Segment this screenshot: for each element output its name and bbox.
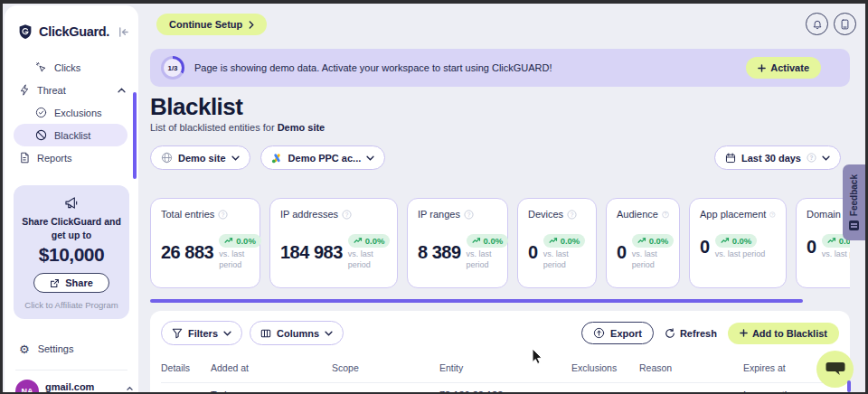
- continue-setup-label: Continue Setup: [169, 19, 242, 30]
- sidebar-item-label: Threat: [37, 85, 66, 96]
- column-header-entity[interactable]: Entity: [439, 362, 571, 373]
- affiliate-link[interactable]: Click to Affiliate Program: [21, 300, 122, 310]
- user-name: gmail.com: [45, 381, 119, 392]
- vertical-scrollbar[interactable]: [847, 380, 851, 392]
- chevron-updown-icon: [126, 386, 134, 392]
- activate-button[interactable]: Activate: [746, 57, 821, 79]
- banner-message: Page is showing demo data. Activate your…: [194, 62, 736, 73]
- onboarding-progress-ring: 1/3: [161, 56, 184, 80]
- subtitle-site-name: Demo site: [278, 122, 326, 133]
- user-menu[interactable]: NA gmail.com naatali.ro@gmail.com: [5, 371, 138, 392]
- book-icon: [840, 19, 850, 30]
- columns-button[interactable]: Columns: [250, 321, 344, 345]
- sidebar-item-clicks[interactable]: Clicks: [5, 56, 138, 79]
- info-icon: ?: [218, 210, 228, 220]
- column-header-added-at[interactable]: Added at: [211, 362, 332, 373]
- site-selector[interactable]: Demo site: [150, 145, 250, 170]
- stat-card-domain-placement: Domain placement? 0 0.0% vs. last period: [796, 198, 850, 288]
- row-added-at-cell: Today: [211, 389, 332, 392]
- stat-label: Audience: [617, 209, 658, 220]
- info-icon: ?: [342, 210, 352, 220]
- block-icon: [35, 129, 47, 141]
- export-icon: [593, 327, 605, 339]
- funnel-icon: [172, 328, 183, 339]
- refresh-button[interactable]: Refresh: [665, 328, 717, 339]
- avatar: NA: [15, 380, 39, 392]
- horizontal-scrollbar[interactable]: [150, 299, 803, 303]
- column-header-reason[interactable]: Reason: [639, 362, 743, 373]
- trend-up-icon: [827, 238, 836, 244]
- sidebar-item-exclusions[interactable]: Exclusions: [5, 101, 138, 124]
- table-row[interactable]: Today 78.136.33.133 In a month: [161, 382, 839, 392]
- trend-up-icon: [472, 238, 481, 244]
- filters-button[interactable]: Filters: [161, 321, 242, 345]
- stat-label: IP addresses: [280, 209, 338, 220]
- info-icon: ?: [769, 210, 776, 220]
- brand-header: ClickGuard.: [5, 5, 138, 54]
- stat-value: 8 389: [418, 242, 461, 263]
- chevron-down-icon: [223, 331, 231, 336]
- share-button[interactable]: Share: [33, 273, 109, 293]
- sidebar-item-label: Exclusions: [54, 108, 102, 118]
- export-button[interactable]: Export: [581, 322, 654, 344]
- stat-value: 184 983: [280, 242, 343, 263]
- sidebar-item-blacklist[interactable]: Blacklist: [14, 124, 127, 146]
- sidebar-scrollbar[interactable]: [133, 92, 137, 179]
- column-header-scope[interactable]: Scope: [332, 362, 439, 373]
- stat-change: 0.0%: [561, 236, 580, 246]
- collapse-sidebar-icon[interactable]: [118, 26, 129, 38]
- blacklist-table-panel: Filters Columns: [150, 311, 850, 392]
- avatar-initials: NA: [22, 387, 33, 392]
- stat-label: Devices: [528, 209, 563, 220]
- info-icon: ?: [464, 210, 474, 220]
- svg-text:?: ?: [810, 155, 814, 161]
- feedback-tab-label: Feedback: [849, 174, 859, 216]
- sidebar-item-threat[interactable]: Threat: [5, 79, 138, 101]
- stat-value: 0: [528, 242, 538, 263]
- continue-setup-button[interactable]: Continue Setup: [156, 14, 267, 35]
- stat-label: App placement: [700, 209, 766, 220]
- export-button-label: Export: [610, 328, 642, 339]
- sidebar-nav: Clicks Threat Exclusions: [5, 56, 138, 169]
- svg-text:?: ?: [345, 211, 349, 217]
- calendar-icon: [725, 153, 736, 164]
- topbar-actions: [806, 13, 856, 35]
- page-title: Blacklist: [150, 93, 242, 121]
- stat-card-devices: Devices? 0 0.0% vs. last period: [517, 198, 597, 288]
- affiliate-promo-card[interactable]: Share ClickGuard and get up to $10,000 S…: [14, 185, 129, 319]
- ppc-account-value: Demo PPC ac...: [288, 153, 362, 164]
- add-to-blacklist-button[interactable]: Add to Blacklist: [728, 323, 839, 344]
- column-header-details[interactable]: Details: [161, 362, 211, 373]
- app-window: ClickGuard. Clicks Threat: [3, 4, 865, 392]
- ppc-account-selector[interactable]: Demo PPC ac...: [260, 145, 386, 170]
- date-range-selector[interactable]: Last 30 days ?: [714, 145, 841, 170]
- feedback-tab[interactable]: Feedback: [843, 164, 865, 240]
- stat-vs-label: vs. last period: [715, 249, 766, 260]
- notifications-button[interactable]: [806, 13, 828, 35]
- chevron-down-icon: [822, 155, 830, 161]
- table-toolbar: Filters Columns: [161, 321, 839, 345]
- sidebar-item-label: Clicks: [54, 62, 80, 73]
- stat-vs-label: vs. last period: [348, 249, 391, 270]
- stat-card-app-placement: App placement? 0 0.0% vs. last period: [689, 198, 787, 288]
- stat-vs-label: vs. last period: [467, 249, 509, 270]
- bell-icon: [812, 19, 823, 30]
- trend-up-icon: [721, 238, 730, 244]
- share-button-label: Share: [65, 277, 93, 288]
- clickguard-logo-icon: [17, 23, 33, 40]
- columns-icon: [260, 328, 271, 339]
- stat-card-audience: Audience? 0 0.0% vs. last period: [606, 198, 680, 288]
- sidebar-item-reports[interactable]: Reports: [5, 146, 138, 169]
- stat-card-ip-ranges: IP ranges? 8 389 0.0% vs. last period: [407, 198, 508, 288]
- chevron-down-icon: [325, 331, 333, 336]
- trend-up-icon: [224, 238, 233, 244]
- google-ads-icon: [271, 153, 283, 164]
- guide-button[interactable]: [834, 13, 856, 35]
- column-header-exclusions[interactable]: Exclusions: [571, 362, 639, 373]
- sidebar-item-settings[interactable]: ⚙ Settings: [5, 339, 138, 359]
- stat-value: 0: [617, 242, 627, 263]
- promo-amount: $10,000: [21, 244, 122, 266]
- stat-vs-label: vs. last period: [543, 249, 586, 270]
- row-expires-at-cell: In a month: [743, 389, 839, 392]
- chevron-right-icon: [249, 21, 254, 29]
